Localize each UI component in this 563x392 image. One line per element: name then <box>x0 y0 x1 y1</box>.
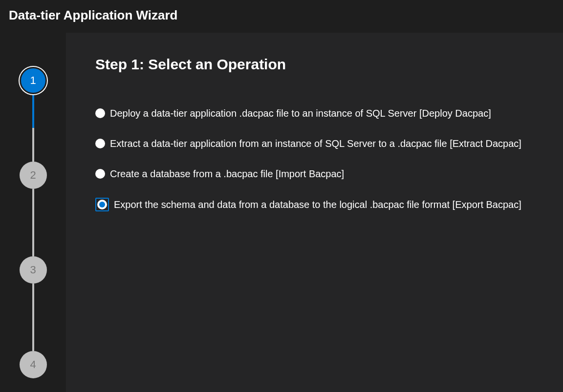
radio-label: Extract a data-tier application from an … <box>110 137 521 150</box>
step-node-1[interactable]: 1 <box>20 67 47 94</box>
radio-label: Deploy a data-tier application .dacpac f… <box>110 107 491 120</box>
radio-option-deploy-dacpac[interactable]: Deploy a data-tier application .dacpac f… <box>95 107 534 120</box>
step-node-2[interactable]: 2 <box>20 162 47 189</box>
stepper-column: 1 2 3 4 <box>0 33 66 392</box>
step-number: 1 <box>30 74 36 87</box>
wizard-title: Data-tier Application Wizard <box>9 8 554 23</box>
options-list: Deploy a data-tier application .dacpac f… <box>95 107 534 211</box>
step-heading: Step 1: Select an Operation <box>95 56 534 73</box>
step-number: 3 <box>30 264 36 276</box>
radio-button-icon <box>95 169 105 179</box>
radio-option-import-bacpac[interactable]: Create a database from a .bacpac file [I… <box>95 167 534 180</box>
step-number: 2 <box>30 169 36 182</box>
step-connector-1 <box>32 94 34 162</box>
radio-option-extract-dacpac[interactable]: Extract a data-tier application from an … <box>95 137 534 150</box>
radio-button-icon <box>95 108 105 118</box>
radio-option-export-bacpac[interactable]: Export the schema and data from a databa… <box>95 198 534 211</box>
wizard-body: 1 2 3 4 Step 1: Select an Operation <box>0 33 563 392</box>
wizard-header: Data-tier Application Wizard <box>0 0 563 33</box>
content-panel: Step 1: Select an Operation Deploy a dat… <box>66 33 563 392</box>
radio-label: Create a database from a .bacpac file [I… <box>110 167 344 180</box>
step-number: 4 <box>30 358 36 371</box>
step-node-3[interactable]: 3 <box>20 256 47 284</box>
stepper: 1 2 3 4 <box>20 67 47 378</box>
step-connector-2 <box>32 189 34 256</box>
radio-label: Export the schema and data from a databa… <box>114 198 521 211</box>
radio-button-icon <box>97 200 107 209</box>
step-connector-3 <box>32 284 34 351</box>
radio-button-icon <box>95 139 105 148</box>
radio-focus-ring <box>95 198 109 211</box>
step-node-4[interactable]: 4 <box>20 351 47 378</box>
wizard-container: Data-tier Application Wizard 1 2 3 4 <box>0 0 563 392</box>
